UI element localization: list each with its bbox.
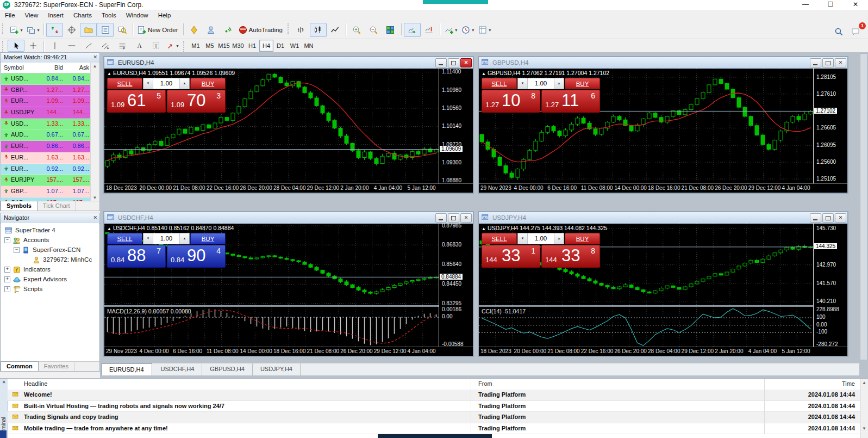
timeframe-d1-button[interactable]: D1: [273, 40, 288, 52]
news-row[interactable]: Trading Signals and copy tradingTrading …: [8, 412, 860, 423]
zoom-in-button[interactable]: [348, 23, 365, 37]
chart-window-titlebar[interactable]: EURUSD,H4✕: [104, 57, 473, 69]
terminal-toggle-button[interactable]: [97, 23, 114, 37]
volume-increase-button[interactable]: ▲: [554, 78, 564, 89]
volume-decrease-button[interactable]: ▼: [143, 78, 153, 89]
signals-button[interactable]: [220, 23, 236, 37]
market-watch-tab-tick-chart[interactable]: Tick Chart: [38, 201, 76, 211]
volume-input[interactable]: 1.00: [153, 78, 179, 89]
chart-window-titlebar[interactable]: GBPUSD,H4✕: [479, 57, 847, 69]
sell-price-display[interactable]: 1.27108: [482, 90, 540, 113]
strategy-tester-button[interactable]: [114, 23, 130, 37]
periods-button[interactable]: ▾: [459, 23, 476, 37]
line-chart-button[interactable]: [327, 23, 344, 37]
chart-close-button[interactable]: ✕: [835, 58, 846, 67]
templates-button[interactable]: ▾: [476, 23, 493, 37]
menu-window[interactable]: Window: [121, 10, 153, 21]
column-time[interactable]: Time: [842, 379, 855, 389]
volume-decrease-button[interactable]: ▼: [518, 78, 528, 89]
chart-minimize-button[interactable]: [810, 58, 821, 67]
market-watch-row[interactable]: GBP...1.27...1.27...: [1, 85, 99, 96]
volume-decrease-button[interactable]: ▼: [143, 233, 153, 244]
price-chart-canvas[interactable]: ▲USDJPY,H4 144.275 144.393 144.082 144.3…: [479, 224, 814, 305]
chart-restore-button[interactable]: [822, 58, 834, 67]
chart-restore-button[interactable]: [448, 213, 459, 223]
menu-view[interactable]: View: [20, 10, 43, 21]
profiles-button[interactable]: ▾: [24, 23, 41, 37]
experts-button[interactable]: [203, 23, 220, 37]
price-axis[interactable]: 145.730142.970141.570140.210144.325228.8…: [813, 224, 847, 347]
menu-help[interactable]: Help: [153, 10, 176, 21]
volume-input[interactable]: 1.00: [153, 233, 179, 244]
label-tool-button[interactable]: T: [147, 40, 164, 52]
volume-decrease-button[interactable]: ▼: [518, 233, 528, 244]
expand-icon[interactable]: +: [4, 286, 10, 292]
notifications-icon[interactable]: 1: [847, 24, 864, 39]
new-chart-button-dropdown-icon[interactable]: ▾: [20, 28, 22, 33]
chart-close-button[interactable]: ✕: [460, 213, 472, 223]
timeframe-w1-button[interactable]: W1: [288, 40, 302, 52]
navigator-item-expert-advisors[interactable]: +Expert Advisors: [1, 274, 99, 284]
chart-tab-eurusd-h4[interactable]: EURUSD,H4: [101, 363, 152, 375]
price-axis[interactable]: 1.114001.109801.105601.101401.097201.093…: [439, 69, 473, 184]
sell-button[interactable]: SELL: [482, 78, 517, 89]
chart-tab-usdchf-h4[interactable]: USDCHF,H4: [153, 363, 203, 375]
chart-close-button[interactable]: ✕: [460, 58, 472, 67]
chart-restore-button[interactable]: [448, 58, 459, 67]
time-axis[interactable]: 18 Dec 202320 Dec 00:0021 Dec 08:0022 De…: [479, 347, 847, 356]
fibonacci-tool-button[interactable]: F: [114, 40, 130, 52]
volume-input[interactable]: 1.00: [528, 78, 554, 89]
navigator-item-supertrader-4[interactable]: SuperTrader 4: [1, 225, 99, 235]
column-bid[interactable]: Bid: [49, 63, 63, 72]
chart-minimize-button[interactable]: [810, 213, 821, 223]
market-watch-row[interactable]: USD...1.33...1.33...: [1, 119, 99, 130]
tile-windows-button[interactable]: [382, 23, 399, 37]
indicators-button[interactable]: ▾: [442, 23, 459, 37]
collapse-arrow-icon[interactable]: ▲: [107, 226, 111, 231]
crosshair-tool-button[interactable]: [24, 40, 41, 52]
profiles-button-dropdown-icon[interactable]: ▾: [37, 28, 39, 33]
window-maximize-button[interactable]: ☐: [818, 0, 843, 10]
time-axis[interactable]: 29 Nov 20234 Dec 00:006 Dec 16:0011 Dec …: [104, 347, 473, 356]
collapse-arrow-icon[interactable]: ▲: [107, 71, 111, 76]
chart-window-titlebar[interactable]: USDCHF,H4✕: [104, 212, 473, 224]
market-watch-row[interactable]: EUR...1.63...1.63...: [1, 152, 99, 164]
terminal-scrollbar[interactable]: ▲▼: [860, 379, 868, 438]
menu-tools[interactable]: Tools: [97, 10, 121, 21]
column-ask[interactable]: Ask: [74, 63, 89, 72]
navigator-tab-common[interactable]: Common: [1, 361, 39, 371]
new-order-button[interactable]: New Order: [135, 23, 181, 37]
chart-minimize-button[interactable]: [435, 213, 447, 223]
data-window-button[interactable]: [63, 23, 80, 37]
market-watch-close-icon[interactable]: ✕: [93, 53, 97, 62]
navigator-item-accounts[interactable]: −Accounts: [1, 235, 99, 245]
navigator-item-3279672-minhcc[interactable]: 3279672: MinhCc: [1, 255, 99, 264]
cursor-tool-button[interactable]: [8, 40, 24, 52]
sell-button[interactable]: SELL: [107, 233, 142, 244]
news-row[interactable]: Mobile trading — trade from anywhere at …: [8, 423, 860, 435]
price-chart-canvas[interactable]: ▲EURUSD,H4 1.09551 1.09674 1.09526 1.096…: [104, 69, 439, 184]
buy-button[interactable]: BUY: [190, 233, 226, 244]
chart-close-button[interactable]: ✕: [835, 213, 846, 223]
buy-button[interactable]: BUY: [565, 233, 600, 244]
macd-indicator-canvas[interactable]: MACD(12,26,9) 0.00057 0.00080: [104, 306, 439, 347]
autotrading-button[interactable]: AutoTrading: [236, 23, 285, 37]
collapse-icon[interactable]: −: [4, 237, 10, 243]
sell-price-display[interactable]: 1.09615: [107, 90, 166, 113]
chart-window-titlebar[interactable]: USDJPY,H4✕: [479, 212, 847, 224]
timeframe-h1-button[interactable]: H1: [245, 40, 259, 52]
templates-button-dropdown-icon[interactable]: ▾: [489, 28, 491, 33]
navigator-item-scripts[interactable]: +Scripts: [1, 284, 99, 294]
new-chart-button[interactable]: ▾: [8, 23, 24, 37]
price-chart-canvas[interactable]: ▲GBPUSD,H4 1.27062 1.27191 1.27004 1.271…: [479, 69, 814, 184]
window-close-button[interactable]: ✕: [843, 0, 868, 10]
cci-indicator-canvas[interactable]: CCI(14) -51.0417: [479, 306, 814, 347]
zoom-out-button[interactable]: [365, 23, 382, 37]
auto-scroll-button[interactable]: [404, 23, 421, 37]
market-watch-row[interactable]: GBP...1.07...1.07...: [1, 186, 99, 198]
terminal-side-tab[interactable]: ✕ Terminal: [0, 379, 8, 438]
navigator-close-icon[interactable]: ✕: [93, 213, 97, 223]
shapes-tool-button[interactable]: ▾: [164, 40, 181, 52]
expand-icon[interactable]: +: [4, 267, 10, 273]
collapse-arrow-icon[interactable]: ▲: [482, 226, 486, 231]
